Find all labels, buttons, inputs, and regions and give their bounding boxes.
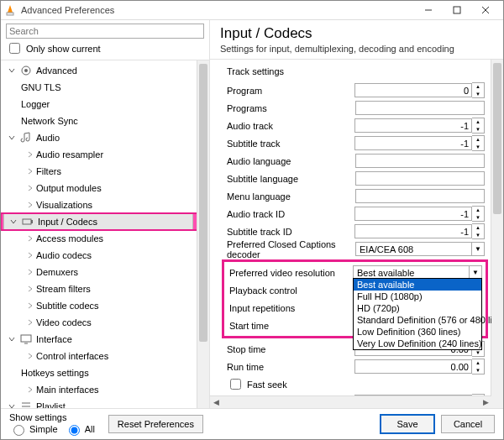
input-codecs-icon [21,215,34,228]
settings-tree[interactable]: Advanced GNU TLS Logger Network Sync Aud… [1,60,197,408]
chevron-right-icon [24,266,36,278]
tree-item-control-interfaces[interactable]: Control interfaces [1,348,197,364]
tree-item-playlist[interactable]: Playlist [1,398,197,408]
tree-label: Audio [36,133,60,143]
scroll-corner [491,396,503,408]
gear-icon [19,64,33,77]
chevron-right-icon [24,384,36,395]
tree-item-audio-codecs[interactable]: Audio codecs [1,247,197,264]
chevron-right-icon [24,300,36,312]
cancel-button[interactable]: Cancel [441,415,495,433]
svg-rect-8 [23,219,31,224]
simple-option-label: Simple [9,422,58,436]
footer: Show settings Simple All Reset Preferenc… [1,408,503,439]
dropdown-option[interactable]: Full HD (1080p) [354,291,481,302]
all-radio[interactable] [69,425,80,436]
music-note-icon [19,131,33,144]
spinner[interactable]: ▲▼ [472,135,485,151]
spinner[interactable]: ▲▼ [472,206,485,222]
tree-scrollbar[interactable] [197,60,209,408]
tree-item-logger[interactable]: Logger [1,96,197,113]
chevron-right-icon [24,350,36,362]
fast-seek-text: Fast seek [247,380,287,390]
show-settings-label: Show settings [9,412,95,422]
tree-item-filters[interactable]: Filters [1,163,197,180]
tree-label: Audio codecs [36,250,92,260]
label-program: Program [227,86,354,96]
dropdown-option[interactable]: Best available [354,279,481,291]
subtitle-track-field[interactable] [354,136,472,150]
cc-decoder-select[interactable]: EIA/CEA 608▼ [355,242,485,256]
chevron-right-icon [24,182,36,194]
right-panel: Input / Codecs Settings for input, demul… [210,20,503,408]
tree-label: Logger [21,99,50,109]
dropdown-option[interactable]: Very Low Definition (240 lines) [354,338,481,349]
label-subtitle-track-id: Subtitle track ID [227,227,354,237]
maximize-button[interactable] [443,2,471,18]
chevron-right-icon [24,317,36,328]
tree-item-network-sync[interactable]: Network Sync [1,113,197,129]
tree-item-interface[interactable]: Interface [1,331,197,348]
chevron-down-icon [6,65,18,76]
tree-item-stream-filters[interactable]: Stream filters [1,280,197,297]
audio-track-field[interactable] [354,118,472,133]
program-field[interactable] [354,83,472,97]
tree-item-hotkeys-settings[interactable]: Hotkeys settings [1,364,197,381]
tree-label: Demuxers [36,267,78,277]
search-input[interactable] [6,24,204,39]
tree-item-input-codecs[interactable]: Input / Codecs [1,213,197,230]
spinner[interactable]: ▲▼ [472,223,485,239]
dropdown-option[interactable]: Low Definition (360 lines) [354,326,481,338]
interface-icon [19,333,33,346]
tree-item-output-modules[interactable]: Output modules [1,180,197,196]
tree-item-gnu-tls[interactable]: GNU TLS [1,79,197,96]
tree-item-audio-resampler[interactable]: Audio resampler [1,146,197,163]
only-show-current-label: Only show current [6,40,204,56]
label-preferred-resolution: Preferred video resolution [229,268,353,278]
tree-label: Hotkeys settings [21,368,89,378]
chevron-right-icon [24,233,36,244]
tree-label: Interface [36,334,72,344]
spinner[interactable]: ▲▼ [472,359,485,375]
tree-item-demuxers[interactable]: Demuxers [1,264,197,280]
minimize-button[interactable] [414,2,443,18]
dropdown-option[interactable]: HD (720p) [354,302,481,314]
settings-hscrollbar[interactable]: ◀▶ [210,395,491,408]
run-time-field[interactable] [354,359,472,374]
tree-item-advanced[interactable]: Advanced [1,62,197,79]
reset-preferences-button[interactable]: Reset Preferences [108,415,203,433]
settings-vscrollbar[interactable] [491,60,503,396]
tree-item-subtitle-codecs[interactable]: Subtitle codecs [1,297,197,314]
resolution-dropdown[interactable]: Best available Full HD (1080p) HD (720p)… [353,278,482,350]
chevron-down-icon [6,401,18,408]
close-button[interactable] [471,2,500,18]
tree-item-visualizations[interactable]: Visualizations [1,196,197,213]
programs-field[interactable] [355,101,485,115]
fast-seek-checkbox[interactable] [230,379,241,390]
tree-label: Visualizations [36,200,92,210]
simple-radio[interactable] [13,425,24,436]
chevron-down-icon: ▼ [469,266,481,279]
chevron-right-icon [24,249,36,261]
dropdown-option[interactable]: Standard Definition (576 or 480 lines) [354,314,481,326]
save-button[interactable]: Save [381,415,434,433]
subtitle-track-id-field[interactable] [354,224,472,238]
section-track-settings: Track settings [227,66,485,76]
tree-item-access-modules[interactable]: Access modules [1,230,197,247]
chevron-down-icon [6,333,18,345]
tree-item-main-interfaces[interactable]: Main interfaces [1,381,197,398]
tree-label: Network Sync [21,116,78,126]
spinner[interactable]: ▲▼ [472,82,485,98]
tree-label: Output modules [36,183,102,193]
audio-track-id-field[interactable] [354,207,472,221]
label-run-time: Run time [227,362,354,372]
tree-item-audio[interactable]: Audio [1,129,197,146]
menu-language-field[interactable] [355,189,485,203]
only-show-current-checkbox[interactable] [9,43,20,54]
audio-language-field[interactable] [355,154,485,168]
playlist-icon [19,400,33,408]
tree-item-video-codecs[interactable]: Video codecs [1,314,197,331]
label-stop-time: Stop time [227,344,354,354]
spinner[interactable]: ▲▼ [472,118,485,134]
subtitle-language-field[interactable] [355,171,485,186]
